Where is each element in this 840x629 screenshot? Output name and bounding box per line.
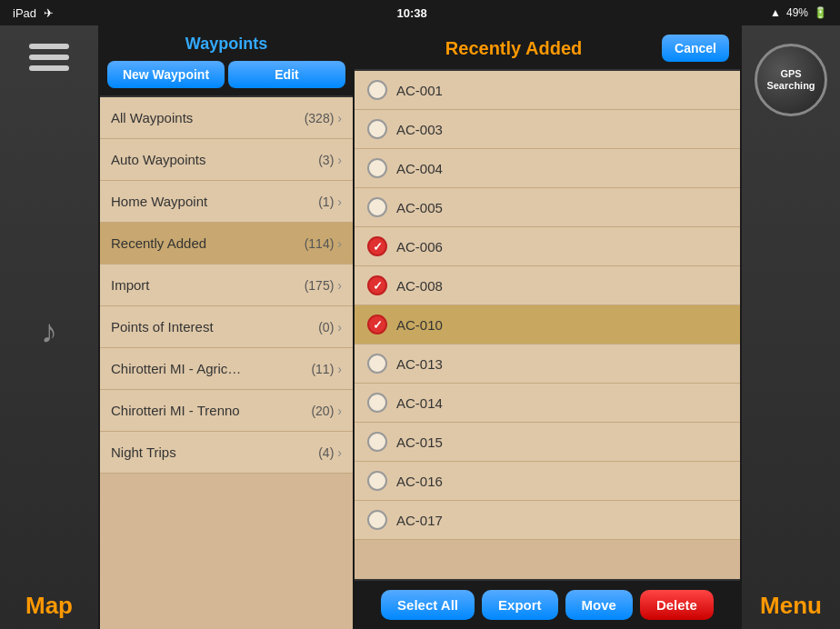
- radio-button[interactable]: [367, 158, 387, 178]
- waypoint-item-right: (328) ›: [305, 111, 342, 125]
- recently-item-name: AC-014: [396, 395, 443, 411]
- recently-item[interactable]: AC-001: [355, 71, 740, 110]
- recently-item[interactable]: AC-015: [355, 423, 740, 462]
- waypoint-item-right: (0) ›: [318, 320, 342, 334]
- waypoint-item-label: Chirotteri MI - Trenno: [111, 403, 240, 418]
- waypoint-item-count: (175): [305, 278, 335, 293]
- chevron-right-icon: ›: [337, 278, 342, 293]
- recently-item-name: AC-013: [396, 356, 443, 372]
- recently-item-name: AC-008: [396, 278, 443, 294]
- radio-button[interactable]: [367, 275, 387, 295]
- waypoints-buttons: New Waypoint Edit: [107, 61, 345, 88]
- chevron-right-icon: ›: [337, 404, 342, 418]
- recently-item[interactable]: AC-010: [355, 305, 740, 344]
- waypoint-item-right: (3) ›: [318, 153, 342, 167]
- select-all-button[interactable]: Select All: [381, 590, 475, 620]
- recently-list: AC-001 AC-003 AC-004 AC-005 AC-006 AC-00…: [355, 71, 740, 579]
- waypoints-panel: Waypoints New Waypoint Edit All Waypoint…: [100, 25, 355, 629]
- waypoint-item-label: Recently Added: [111, 235, 206, 251]
- waypoint-item[interactable]: Chirotteri MI - Agric… (11) ›: [100, 348, 353, 390]
- radio-button[interactable]: [367, 119, 387, 139]
- waypoint-item-count: (20): [311, 404, 334, 418]
- radio-button[interactable]: [367, 80, 387, 100]
- right-sidebar: GPSSearching Menu: [740, 25, 840, 629]
- waypoint-item[interactable]: Night Trips (4) ›: [100, 432, 353, 474]
- recently-item[interactable]: AC-003: [355, 110, 740, 149]
- waypoint-item-label: Chirotteri MI - Agric…: [111, 361, 241, 376]
- waypoint-item-label: Home Waypoint: [111, 194, 207, 209]
- recently-item-name: AC-016: [396, 474, 443, 489]
- battery-percent: 49%: [786, 6, 808, 19]
- status-right: ▲ 49% 🔋: [770, 6, 827, 19]
- waypoint-item-count: (4): [318, 445, 334, 460]
- recently-item-name: AC-003: [396, 122, 443, 137]
- waypoint-item-label: Points of Interest: [111, 319, 214, 334]
- new-waypoint-button[interactable]: New Waypoint: [107, 61, 225, 88]
- waypoint-item[interactable]: Auto Waypoints (3) ›: [100, 139, 353, 181]
- gps-button[interactable]: GPSSearching: [755, 44, 827, 116]
- recently-item[interactable]: AC-005: [355, 188, 740, 227]
- clock: 10:38: [396, 6, 426, 20]
- waypoint-item[interactable]: Home Waypoint (1) ›: [100, 181, 353, 223]
- waypoint-item-right: (4) ›: [318, 445, 342, 460]
- waypoint-item-right: (114) ›: [305, 236, 342, 251]
- wifi-icon: ✈: [44, 6, 54, 20]
- waypoint-item[interactable]: Recently Added (114) ›: [100, 223, 353, 265]
- waypoint-item-count: (11): [311, 362, 334, 376]
- waypoint-item-label: All Waypoints: [111, 110, 193, 125]
- map-label[interactable]: Map: [25, 592, 73, 620]
- recently-item[interactable]: AC-004: [355, 149, 740, 188]
- chevron-right-icon: ›: [337, 362, 342, 376]
- recently-item[interactable]: AC-014: [355, 384, 740, 423]
- recently-item-name: AC-017: [396, 513, 443, 528]
- waypoint-item[interactable]: All Waypoints (328) ›: [100, 97, 353, 139]
- recently-item[interactable]: AC-013: [355, 344, 740, 384]
- radio-button[interactable]: [367, 393, 387, 413]
- radio-button[interactable]: [367, 354, 387, 374]
- waypoints-header: Waypoints New Waypoint Edit: [100, 25, 353, 97]
- waypoint-item-count: (328): [305, 111, 335, 125]
- waypoint-item-label: Import: [111, 277, 150, 293]
- status-bar: iPad ✈ 10:38 ▲ 49% 🔋: [0, 0, 840, 25]
- recently-item[interactable]: AC-008: [355, 266, 740, 305]
- waypoint-item-count: (1): [318, 195, 334, 209]
- waypoint-item-label: Auto Waypoints: [111, 152, 206, 167]
- cancel-button[interactable]: Cancel: [662, 35, 729, 62]
- edit-button[interactable]: Edit: [228, 61, 345, 88]
- waypoint-item[interactable]: Points of Interest (0) ›: [100, 306, 353, 348]
- waypoints-list: All Waypoints (328) › Auto Waypoints (3)…: [100, 97, 353, 629]
- radio-button[interactable]: [367, 236, 387, 256]
- delete-button[interactable]: Delete: [640, 590, 714, 620]
- radio-button[interactable]: [367, 471, 387, 491]
- waypoint-item[interactable]: Import (175) ›: [100, 265, 353, 306]
- menu-label[interactable]: Menu: [760, 592, 822, 620]
- action-bar: Select All Export Move Delete: [355, 579, 740, 629]
- hamburger-icon[interactable]: [29, 44, 69, 71]
- chevron-right-icon: ›: [337, 445, 342, 460]
- radio-button[interactable]: [367, 510, 387, 530]
- radio-button[interactable]: [367, 314, 387, 334]
- waypoint-item-right: (1) ›: [318, 195, 342, 209]
- radio-button[interactable]: [367, 432, 387, 452]
- radio-button[interactable]: [367, 197, 387, 217]
- waypoint-item-count: (114): [305, 236, 335, 251]
- status-left: iPad ✈: [13, 6, 54, 20]
- recently-item-name: AC-004: [396, 161, 443, 176]
- recently-item[interactable]: AC-016: [355, 462, 740, 501]
- battery-icon: 🔋: [814, 6, 827, 19]
- waypoint-item[interactable]: Chirotteri MI - Trenno (20) ›: [100, 390, 353, 432]
- chevron-right-icon: ›: [337, 236, 342, 251]
- recently-item[interactable]: AC-017: [355, 501, 740, 540]
- main-layout: ♪ Map Waypoints New Waypoint Edit All Wa…: [0, 25, 840, 629]
- waypoints-title: Waypoints: [107, 35, 345, 54]
- waypoint-item-right: (20) ›: [311, 404, 342, 418]
- location-icon: ▲: [770, 6, 781, 19]
- waypoint-item-right: (175) ›: [305, 278, 342, 293]
- recently-item[interactable]: AC-006: [355, 227, 740, 266]
- export-button[interactable]: Export: [482, 590, 558, 620]
- music-icon[interactable]: ♪: [41, 313, 57, 351]
- left-sidebar: ♪ Map: [0, 25, 100, 629]
- move-button[interactable]: Move: [565, 590, 633, 620]
- gps-label: GPSSearching: [766, 68, 815, 92]
- waypoint-item-right: (11) ›: [311, 362, 342, 376]
